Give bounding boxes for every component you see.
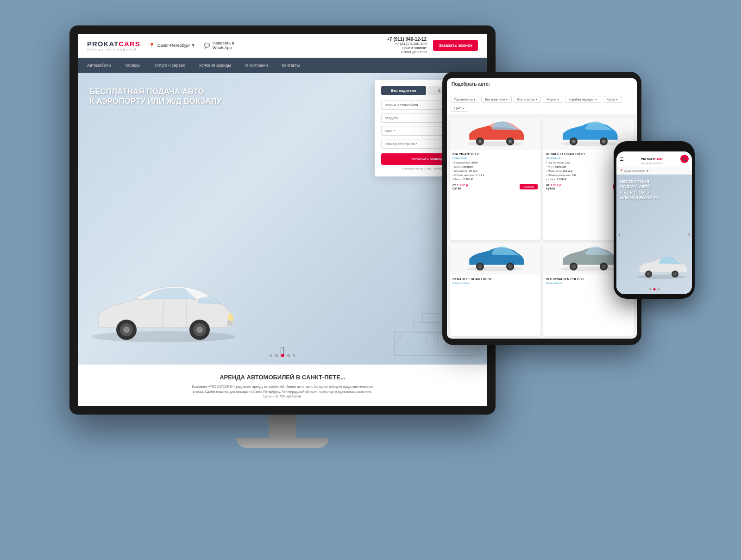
reception-label: Приём заявок: [387,46,427,50]
phone-dot-3[interactable] [657,288,659,290]
monitor-frame: PROKATCARS АРЕНДА АВТОМОБИЛЕЙ 📍 Санкт-Пе… [69,25,496,415]
phone-hero-title: БЕСПЛАТНАЯ ПОДАЧА АВТО К АЭРОПОРТУ ИЛИ Ж… [620,179,688,201]
car-card-renault2-body: RENAULT LOGAN I REST Ниже класса [450,275,540,288]
whatsapp-text: WhatsApp [213,45,234,50]
filter-driver[interactable]: Без водителя [481,96,512,103]
filter-brand[interactable]: Марка [543,96,563,103]
logo-prokat: PROKAT [87,40,119,48]
svg-rect-5 [427,334,434,346]
svg-point-31 [467,266,523,271]
car-name-kia: KIA PICANTO 1.2 [452,152,538,156]
car-details-renault2[interactable]: Ниже класса [452,282,538,284]
hero-slider-dots: ‹ › [270,352,295,359]
car-image-renault2 [450,243,540,275]
phone-car [634,255,690,280]
svg-point-36 [561,266,616,271]
filter-class[interactable]: Все классы [514,96,541,103]
car-specs-kia: • Год выпуска: 2020 • КПП: Автомат • Мощ… [452,161,538,182]
monitor: PROKATCARS АРЕНДА АВТОМОБИЛЕЙ 📍 Санкт-Пе… [69,25,496,442]
tablet-screen: Подобрать авто: Год выпуска Без водителя… [447,78,637,339]
nav-item-services[interactable]: Услуги и сервис [154,63,185,68]
location-text: Санкт-Петербург ▼ [157,43,195,48]
tablet: Подобрать авто: Год выпуска Без водителя… [442,72,641,345]
svg-point-27 [572,140,575,142]
dot-2[interactable] [281,354,284,357]
phone1: +7 (911) 940-12-12 [387,37,427,42]
filter-gearbox[interactable]: Коробка передач [565,96,601,103]
site-nav: Автомобили Тарифы Услуги и сервис Услови… [78,58,487,73]
tablet-title: Подобрать авто: [452,82,632,87]
cars-grid: KIA PICANTO 1.2 Подробнее • Год выпуска:… [447,115,637,339]
svg-point-13 [196,327,203,333]
phone-slider-dots [649,288,659,290]
svg-point-41 [638,275,686,279]
site-header: PROKATCARS АРЕНДА АВТОМОБИЛЕЙ 📍 Санкт-Пе… [78,34,487,58]
phone-dot-2[interactable] [653,288,655,290]
phone-hero: БЕСПЛАТНАЯ ПОДАЧА АВТО К АЭРОПОРТУ ИЛИ Ж… [616,175,692,294]
filter-year[interactable]: Год выпуска [451,96,479,103]
nav-item-contacts[interactable]: Контакты [282,63,300,68]
dot-3[interactable] [287,354,290,357]
car-book-kia[interactable]: Заказать [520,184,538,189]
nav-item-about[interactable]: О компании [245,63,268,68]
car-card-renault2: RENAULT LOGAN I REST Ниже класса [450,243,540,336]
tab-without-driver[interactable]: Без водителя [381,86,426,95]
svg-point-17 [467,141,523,146]
tablet-filters: Год выпуска Без водителя Все классы Марк… [447,93,637,115]
tablet-website: Подобрать авто: Год выпуска Без водителя… [447,78,637,339]
nav-item-conditions[interactable]: Условия аренды [199,63,231,68]
next-arrow[interactable]: › [293,352,295,359]
phone-logo-prokat: PROKAT [641,157,654,161]
phone-block: +7 (911) 940-12-12 +7 (812) 3-100-100 Пр… [387,37,427,54]
about-text: Компания «PROCATCARS» предлагает аренду … [190,384,375,399]
phone-dot-1[interactable] [649,288,651,290]
dot-1[interactable] [275,354,278,357]
car-details-kia[interactable]: Подробнее [452,157,538,159]
svg-point-10 [123,327,130,333]
monitor-stand-base [236,438,329,448]
location-item[interactable]: 📍 Санкт-Петербург ▼ [149,43,195,49]
phone-screen: ☰ PROKATCARS АРЕНДА АВТОМОБИЛЕЙ 📞 📍 Санк… [616,151,692,294]
phone-call-button[interactable]: 📞 [680,155,689,163]
phone-frame: ☰ PROKATCARS АРЕНДА АВТОМОБИЛЕЙ 📞 📍 Санк… [614,141,695,299]
about-section: АРЕНДА АВТОМОБИЛЕЙ В САНКТ-ПЕТЕ... Компа… [78,365,487,406]
car-price-kia: от 1 222 рсутки [452,183,468,190]
phone-prev-arrow[interactable]: ‹ [618,231,621,238]
filter-color[interactable]: Цвет [451,105,468,112]
svg-point-33 [477,264,482,269]
logo-subtitle: АРЕНДА АВТОМОБИЛЕЙ [87,48,140,51]
reception-hours: с 8:00 до 22:00 [387,50,427,54]
filter-body[interactable]: Кузов [603,96,622,103]
prev-arrow[interactable]: ‹ [270,352,272,359]
svg-point-7 [92,331,235,342]
logo: PROKATCARS АРЕНДА АВТОМОБИЛЕЙ [87,40,140,51]
hero-title-line1: БЕСПЛАТНАЯ ПОДАЧА АВТО [89,87,221,96]
hamburger-icon[interactable]: ☰ [620,157,624,162]
svg-point-38 [571,264,576,269]
car-image-kia [450,118,540,150]
tablet-header: Подобрать авто: [447,78,637,93]
phone2: +7 (812) 3-100-100 [387,42,427,46]
logo-cars: CARS [119,40,140,48]
hero-title-line2: К АЭРОПОРТУ ИЛИ Ж/Д ВОКЗАЛУ [89,96,221,106]
monitor-stand-neck [269,415,296,438]
svg-point-45 [673,272,677,276]
hero-car [85,277,242,351]
phone-location-text: Санкт-Петербург ▼ [624,170,649,172]
nav-item-tariffs[interactable]: Тарифы [125,63,140,68]
svg-line-3 [395,332,404,346]
car-price-renault: от 1 212 рсутки [546,183,561,190]
svg-point-23 [509,140,511,142]
phone-header: ☰ PROKATCARS АРЕНДА АВТОМОБИЛЕЙ 📞 [616,151,692,167]
whatsapp-item[interactable]: 💬 Написать в WhatsApp [204,41,234,50]
nav-item-cars[interactable]: Автомобили [87,63,111,68]
location-icon: 📍 [149,43,155,49]
phone-next-arrow[interactable]: › [688,231,690,238]
phone: ☰ PROKATCARS АРЕНДА АВТОМОБИЛЕЙ 📞 📍 Санк… [614,141,695,299]
car-card-kia-body: KIA PICANTO 1.2 Подробнее • Год выпуска:… [450,150,540,192]
phone-location[interactable]: 📍 Санкт-Петербург ▼ [616,167,692,175]
whatsapp-icon: 💬 [204,43,210,49]
callback-button[interactable]: Заказать звонок [433,40,478,51]
hero-section: БЕСПЛАТНАЯ ПОДАЧА АВТО К АЭРОПОРТУ ИЛИ Ж… [78,73,487,365]
svg-point-20 [479,140,481,142]
